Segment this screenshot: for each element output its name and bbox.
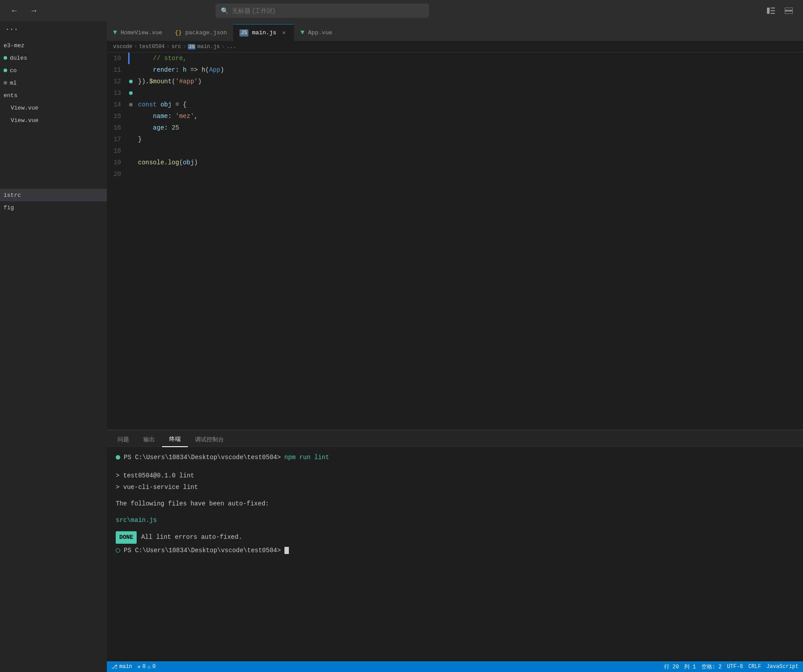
sidebar-items: e3-mez dules co ml ents View.vue Vi xyxy=(0,37,107,216)
code-content: const obj = { xyxy=(134,99,803,110)
tab-label: main.js xyxy=(252,29,276,36)
line-gutter xyxy=(128,122,134,134)
sidebar-item-co[interactable]: co xyxy=(0,64,107,77)
breadcrumb-sep: › xyxy=(166,44,170,50)
sidebar-item-gitignore[interactable]: fig xyxy=(0,201,107,214)
line-number: 16 xyxy=(107,122,128,134)
gutter-dot-green xyxy=(129,80,133,83)
code-editor: 10 // store, 11 render: h => h(App) 12 }… xyxy=(107,53,803,430)
sidebar-item-homeview1[interactable]: View.vue xyxy=(0,102,107,114)
sidebar-item-modules[interactable]: dules xyxy=(0,52,107,64)
line-number: 20 xyxy=(107,168,128,180)
code-line-20: 20 xyxy=(107,168,803,180)
status-right: 行 20 列 1 空格: 2 UTF-8 CRLF JavaScript xyxy=(664,663,799,671)
status-errors[interactable]: ✕ 0 ⚠ 0 xyxy=(138,664,156,670)
sidebar-item-e3-mez[interactable]: e3-mez xyxy=(0,39,107,52)
tab-main[interactable]: JS main.js ✕ xyxy=(233,24,294,41)
sidebar-item-components[interactable]: ents xyxy=(0,89,107,102)
code-line-19: 19 console.log(obj) xyxy=(107,157,803,168)
titlebar: ← → 🔍 无标题 (工作区) xyxy=(0,0,803,21)
terminal-tab-label: 问题 xyxy=(118,436,129,444)
status-col[interactable]: 列 1 xyxy=(684,663,696,671)
search-input[interactable]: 无标题 (工作区) xyxy=(232,7,424,14)
dot-gray-icon xyxy=(4,81,7,85)
back-button[interactable]: ← xyxy=(7,4,21,18)
line-gutter xyxy=(128,145,134,157)
status-line[interactable]: 行 20 xyxy=(664,663,679,671)
git-branch[interactable]: ⎇ main xyxy=(111,664,132,670)
terminal-tabs: 问题 输出 终端 调试控制台 xyxy=(107,430,803,447)
line-gutter xyxy=(128,168,134,180)
sidebar-item-label: e3-mez xyxy=(4,42,24,49)
code-content: render: h => h(App) xyxy=(134,64,803,76)
tab-label: App.vue xyxy=(308,29,333,36)
gutter-bar xyxy=(128,53,130,64)
code-line-14: 14 const obj = { xyxy=(107,99,803,110)
svg-rect-1 xyxy=(771,8,775,8)
sidebar-item-label: co xyxy=(10,67,17,74)
line-gutter xyxy=(128,87,134,99)
search-bar[interactable]: 🔍 无标题 (工作区) xyxy=(215,4,429,18)
breadcrumb-js-icon: JS xyxy=(188,44,195,49)
forward-button[interactable]: → xyxy=(27,4,41,18)
tab-app[interactable]: ▼ App.vue xyxy=(294,24,339,41)
tab-package[interactable]: {} package.json xyxy=(169,24,233,41)
sidebar-item-label: ents xyxy=(4,92,17,99)
breadcrumb-vscode: vscode xyxy=(113,44,132,50)
gutter-dot-green xyxy=(129,91,133,95)
status-line-ending[interactable]: CRLF xyxy=(748,664,761,670)
terminal-tab-problems[interactable]: 问题 xyxy=(110,432,136,447)
code-line-18: 18 xyxy=(107,145,803,157)
sidebar-item-label: ml xyxy=(10,80,17,86)
layout-toggle-button[interactable] xyxy=(782,4,796,18)
done-badge: DONE xyxy=(116,531,137,543)
terminal-tab-output[interactable]: 输出 xyxy=(136,432,162,447)
sidebar-item-eslintrc[interactable]: istrc xyxy=(0,189,107,201)
dot-green-icon xyxy=(4,69,7,72)
vue-icon: ▼ xyxy=(300,29,304,37)
sidebar-item-homeview2[interactable]: View.vue xyxy=(0,114,107,126)
sidebar-more[interactable]: ··· xyxy=(0,21,107,37)
code-content xyxy=(134,145,803,157)
main-layout: ··· e3-mez dules co ml ents xyxy=(0,21,803,672)
tab-label: HomeView.vue xyxy=(121,29,162,36)
line-number: 11 xyxy=(107,64,128,76)
prompt-dot-icon xyxy=(116,455,120,460)
status-left: ⎇ main ✕ 0 ⚠ 0 xyxy=(111,664,156,670)
status-language[interactable]: JavaScript xyxy=(766,664,799,670)
status-encoding[interactable]: UTF-8 xyxy=(727,664,743,670)
terminal-text: The following files have been auto-fixed… xyxy=(116,500,269,507)
svg-rect-4 xyxy=(785,8,793,10)
terminal-done-text: All lint errors auto-fixed. xyxy=(141,532,242,543)
terminal-tab-label: 终端 xyxy=(169,435,181,443)
tab-close-button[interactable]: ✕ xyxy=(280,29,288,37)
breadcrumb-mainjs: main.js xyxy=(197,44,219,50)
sidebar-item-ml[interactable]: ml xyxy=(0,77,107,89)
terminal-section: 问题 输出 终端 调试控制台 PS C:\Users\10834\Desktop… xyxy=(107,430,803,661)
terminal-blank xyxy=(116,465,794,470)
terminal-line-prompt2: PS C:\Users\10834\Desktop\vscode\test050… xyxy=(116,546,794,555)
line-gutter xyxy=(128,157,134,168)
warning-icon: ⚠ xyxy=(147,664,150,670)
tab-homeview[interactable]: ▼ HomeView.vue xyxy=(107,24,169,41)
sidebar-toggle-button[interactable] xyxy=(764,4,778,18)
error-count: 0 xyxy=(142,664,146,670)
terminal-text: > vue-cli-service lint xyxy=(116,484,198,491)
status-spaces[interactable]: 空格: 2 xyxy=(702,663,722,671)
breadcrumb-sep: › xyxy=(222,44,225,50)
code-line-10: 10 // store, xyxy=(107,53,803,64)
json-icon: {} xyxy=(175,29,182,36)
line-number: 15 xyxy=(107,110,128,122)
more-icon: ··· xyxy=(5,25,18,33)
terminal-tab-terminal[interactable]: 终端 xyxy=(162,432,188,447)
sidebar-item-label: View.vue xyxy=(11,117,38,124)
status-bar: ⎇ main ✕ 0 ⚠ 0 行 20 列 1 空格: 2 UTF-8 CRLF… xyxy=(107,661,803,672)
content-area: ▼ HomeView.vue {} package.json JS main.j… xyxy=(107,21,803,672)
breadcrumb-ellipsis: ... xyxy=(227,44,236,50)
breadcrumb-src: src xyxy=(171,44,181,50)
terminal-tab-debug[interactable]: 调试控制台 xyxy=(188,432,231,447)
breadcrumb-sep: › xyxy=(183,44,186,50)
line-number: 19 xyxy=(107,157,128,168)
code-content: age: 25 xyxy=(134,122,803,134)
line-number: 14 xyxy=(107,99,128,110)
